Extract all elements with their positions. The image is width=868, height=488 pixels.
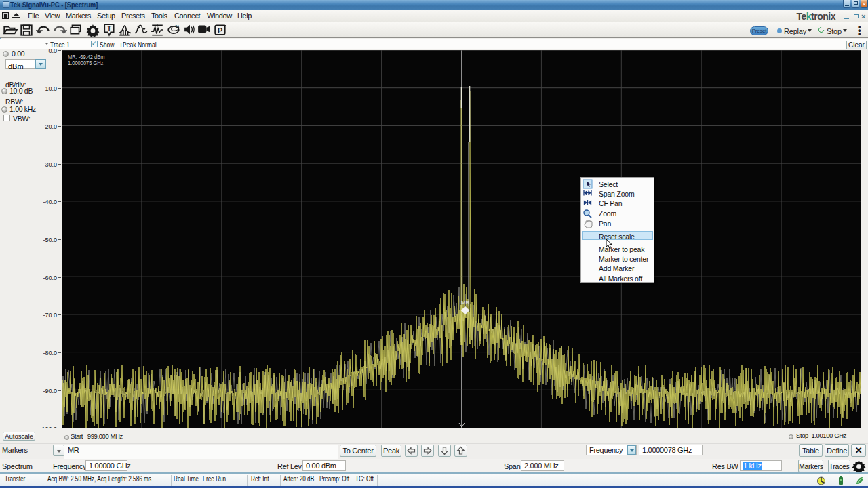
svg-text:P: P	[218, 26, 223, 35]
svg-text:T: T	[107, 25, 112, 33]
svg-text:N: N	[176, 24, 179, 29]
svg-text:MR: MR	[461, 300, 470, 306]
